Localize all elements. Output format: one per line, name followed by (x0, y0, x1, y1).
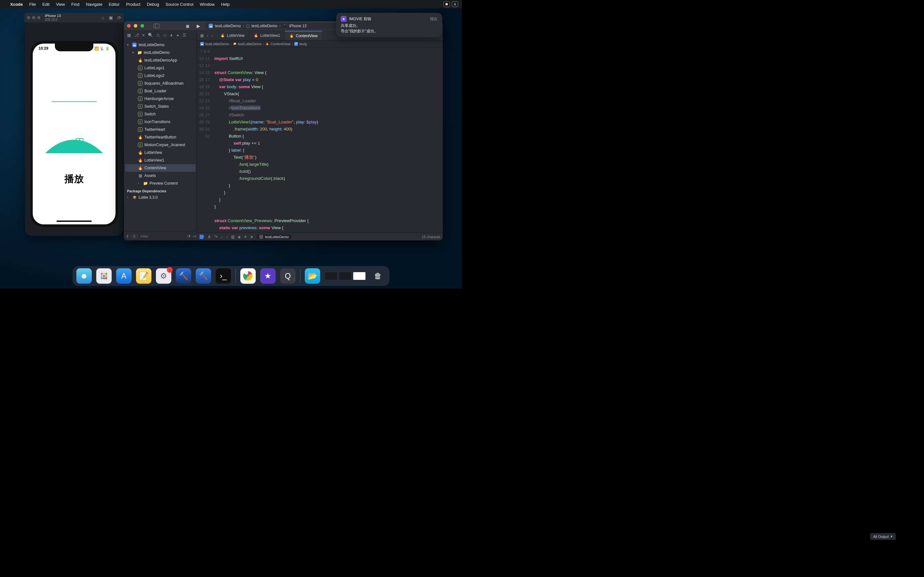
input-source-icon[interactable]: A (452, 1, 458, 7)
find-nav-icon[interactable]: 🔍 (148, 33, 153, 37)
screenshot-icon[interactable]: ▣ (109, 15, 113, 20)
nav-back-icon[interactable]: ‹ (207, 33, 208, 38)
source-control-nav-icon[interactable]: ⎇ (134, 33, 139, 37)
project-row[interactable]: ▾ ⬓ testLottieDemo (124, 41, 197, 49)
folder-nav-icon[interactable]: ▦ (127, 33, 131, 37)
dock-downloads-icon[interactable]: 📂 (305, 268, 320, 284)
play-button[interactable]: 播放 (65, 172, 84, 185)
dock-quicktime-icon[interactable]: Q (280, 268, 296, 284)
menu-edit[interactable]: Edit (39, 2, 53, 7)
minimized-window[interactable] (353, 272, 366, 280)
menu-source-control[interactable]: Source Control (162, 2, 197, 7)
tab-lottieview1[interactable]: 🔥LottieView1 (249, 31, 285, 40)
jump-bar[interactable]: ⬓ testLottieDemo› 📁 testLottieDemo› 🔥 Co… (197, 40, 443, 47)
file-row-selected[interactable]: 🔥ContentView (125, 164, 195, 172)
disclosure-icon[interactable]: › (127, 194, 130, 201)
file-row[interactable]: {}Switch_States (124, 103, 197, 110)
file-row[interactable]: 🔥TwitterHeartButton (124, 133, 197, 141)
ios-simulator-window[interactable]: 10:29 📶 📡 🔋 播放 (25, 22, 123, 236)
dock-xcode-beta-icon[interactable]: 🔨 (176, 268, 191, 284)
step-out-icon[interactable]: ↑ (226, 235, 228, 239)
zoom-icon[interactable] (141, 24, 144, 27)
file-row[interactable]: {}TwitterHeart (124, 126, 197, 133)
traffic-lights[interactable] (27, 16, 40, 19)
home-icon[interactable]: ⌂ (102, 15, 104, 20)
app-menu[interactable]: Xcode (7, 2, 26, 7)
code-text[interactable]: import SwiftUI struct ContentView: View … (212, 47, 443, 233)
tests-nav-icon[interactable]: ◇ (163, 33, 166, 37)
menu-window[interactable]: Window (197, 2, 218, 7)
xcode-window[interactable]: ◼ ▶ ⬓ testLottieDemo › ▢ testLottieDemo … (124, 21, 443, 240)
menu-product[interactable]: Product (123, 2, 144, 7)
dock-chrome-icon[interactable] (240, 268, 256, 284)
dock-trash-icon[interactable]: 🗑 (370, 268, 386, 284)
file-row[interactable]: 🔥LottieView (124, 149, 197, 156)
debug-nav-icon[interactable]: ⏵ (170, 33, 174, 37)
dock-terminal-icon[interactable]: ›_ (216, 268, 231, 284)
location-icon[interactable]: ➤ (250, 235, 254, 239)
tab-contentview[interactable]: 🔥ContentView (285, 31, 322, 40)
sidebar-toggle-icon[interactable] (153, 24, 160, 28)
file-row[interactable]: {}LottieLogo2 (124, 72, 197, 79)
disclosure-icon[interactable]: › (138, 180, 141, 187)
group-row[interactable]: ▾ 📁 testLottieDemo (124, 49, 197, 56)
file-row[interactable]: {}9squares_AlBoardman (124, 79, 197, 87)
dock[interactable]: ☻ A 📝 ⚙ 1 🔨 🔨 ›_ ★ Q 📂 🗑 (73, 266, 389, 286)
project-navigator[interactable]: ▦ ⎇ ≡ 🔍 ⚠ ◇ ⏵ ▸ ☰ ▾ ⬓ testLottieDemo ▾ 📁 (124, 31, 197, 240)
issues-nav-icon[interactable]: ⚠ (156, 33, 160, 37)
menu-help[interactable]: Help (218, 2, 233, 7)
file-row[interactable]: 🔥LottieView1 (124, 156, 197, 164)
menu-file[interactable]: File (26, 2, 39, 7)
view-debug-icon[interactable]: ▥ (231, 235, 234, 239)
disclosure-icon[interactable]: ▾ (127, 42, 130, 48)
minimized-window[interactable] (325, 272, 338, 280)
file-row[interactable]: {}Boat_Loader (124, 87, 197, 95)
file-row[interactable]: {}HamburgerArrow (124, 95, 197, 103)
disclosure-icon[interactable]: ▾ (132, 49, 136, 56)
minimize-icon[interactable] (134, 24, 137, 27)
minimized-window[interactable] (339, 272, 352, 280)
tab-lottieview[interactable]: 🔥LottieView (216, 31, 249, 40)
recent-filter-icon[interactable]: ◔ (187, 234, 191, 239)
screen-record-icon[interactable] (443, 1, 450, 7)
step-over-icon[interactable]: ↷ (214, 235, 218, 239)
breakpoints-nav-icon[interactable]: ▸ (177, 33, 179, 37)
menu-debug[interactable]: Debug (144, 2, 162, 7)
notification-banner[interactable]: ★ IMOVIE 剪辑 现在 共享成功。 导出“我的影片”成功。 (336, 13, 442, 37)
phone-screen[interactable]: 10:29 📶 📡 🔋 播放 (33, 44, 115, 224)
menu-editor[interactable]: Editor (105, 2, 123, 7)
dock-notes-icon[interactable]: 📝 (136, 268, 152, 284)
code-editor[interactable]: 7 8 9 10 11 12 13 14 15 16 17 18 19 20 2… (197, 47, 443, 233)
preview-content-row[interactable]: ›📁Preview Content (124, 179, 197, 187)
stop-button-icon[interactable]: ◼ (184, 23, 192, 29)
add-button-icon[interactable]: + (126, 234, 128, 239)
file-row[interactable]: {}MotionCorpse_Jrcanest (124, 141, 197, 149)
run-button-icon[interactable]: ▶ (195, 23, 202, 29)
assets-row[interactable]: ▦Assets (124, 172, 197, 179)
scm-filter-icon[interactable]: ▭ (193, 234, 196, 239)
rotate-icon[interactable]: ⟳ (118, 15, 121, 20)
symbols-nav-icon[interactable]: ≡ (142, 33, 145, 37)
memory-graph-icon[interactable]: ◈ (238, 235, 241, 239)
dock-minimized-windows[interactable] (325, 272, 366, 280)
reports-nav-icon[interactable]: ☰ (183, 33, 186, 37)
dock-xcode-icon[interactable]: 🔨 (196, 268, 211, 284)
breakpoint-toggle-icon[interactable] (200, 235, 204, 239)
dock-imovie-icon[interactable]: ★ (260, 268, 276, 284)
step-in-icon[interactable]: ↓ (221, 235, 223, 239)
env-overrides-icon[interactable]: ✶ (244, 235, 247, 239)
menu-find[interactable]: Find (68, 2, 82, 7)
simulator-titlebar[interactable]: iPhone 13 iOS 15.0 ⌂ ▣ ⟳ (24, 13, 124, 23)
dock-settings-icon[interactable]: ⚙ 1 (156, 268, 171, 284)
file-row[interactable]: 🔥testLottieDemoApp (124, 56, 197, 64)
pause-icon[interactable]: ⏸ (207, 235, 211, 239)
close-icon[interactable] (127, 24, 131, 27)
package-row[interactable]: › 📦 Lottie 3.3.0 (124, 193, 197, 201)
dock-launchpad-icon[interactable] (96, 268, 111, 284)
dock-finder-icon[interactable]: ☻ (76, 268, 92, 284)
file-row[interactable]: {}LottieLogo1 (124, 64, 197, 72)
process-selector[interactable]: testLottieDemo (257, 234, 291, 239)
menu-navigate[interactable]: Navigate (83, 2, 105, 7)
home-indicator[interactable] (57, 221, 92, 222)
file-row[interactable]: {}Switch (124, 110, 197, 118)
